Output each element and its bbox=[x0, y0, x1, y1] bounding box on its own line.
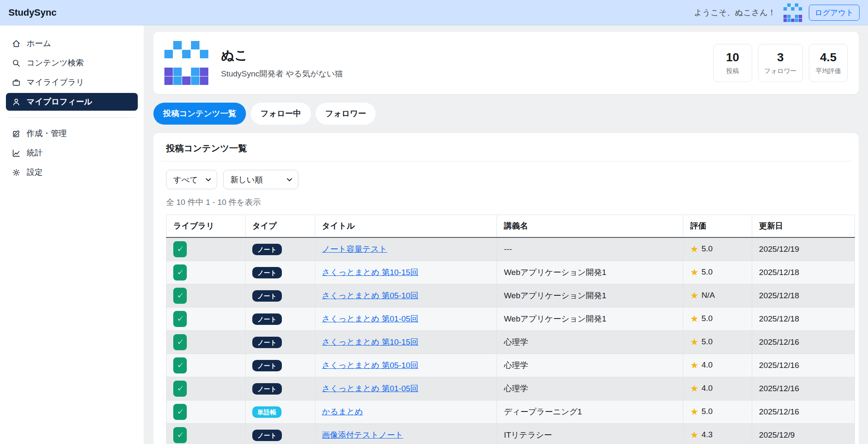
type-badge: ノート bbox=[252, 267, 282, 278]
library-toggle-button[interactable]: ✓ bbox=[173, 404, 187, 420]
content-title-link[interactable]: ノート容量テスト bbox=[322, 245, 387, 253]
library-icon bbox=[12, 78, 21, 87]
avatar-pixel bbox=[191, 41, 199, 49]
content-table: ライブラリタイプタイトル講義名評価更新日 ✓ノートノート容量テスト---★5.0… bbox=[166, 215, 855, 444]
person-icon bbox=[12, 98, 21, 106]
avatar-pixel bbox=[164, 76, 173, 85]
search-icon bbox=[12, 59, 21, 68]
content-title-link[interactable]: さくっとまとめ 第10-15回 bbox=[322, 268, 418, 277]
rating-cell: ★4.0 bbox=[683, 377, 752, 400]
star-icon: ★ bbox=[690, 290, 699, 301]
title-cell: さくっとまとめ 第05-10回 bbox=[315, 354, 497, 377]
sidebar-item-label: マイプロフィール bbox=[27, 96, 92, 107]
tab-投稿コンテンツ一覧[interactable]: 投稿コンテンツ一覧 bbox=[153, 103, 246, 125]
lecture-cell: ディープラーニング1 bbox=[497, 400, 683, 424]
sidebar-item-home[interactable]: ホーム bbox=[6, 35, 138, 52]
type-cell: ノート bbox=[245, 308, 315, 331]
stat-value: 4.5 bbox=[815, 51, 841, 64]
star-icon: ★ bbox=[690, 313, 699, 324]
sort-order-select[interactable]: 新しい順 bbox=[223, 170, 298, 189]
check-icon: ✓ bbox=[177, 385, 183, 392]
content-title-link[interactable]: さくっとまとめ 第01-05回 bbox=[322, 384, 418, 393]
table-row: ✓ノートさくっとまとめ 第05-10回心理学★4.02025/12/16 bbox=[167, 354, 855, 377]
stat-value: 3 bbox=[764, 51, 797, 64]
content-title-link[interactable]: さくっとまとめ 第05-10回 bbox=[322, 291, 418, 300]
library-toggle-button[interactable]: ✓ bbox=[173, 357, 187, 373]
avatar-pixel bbox=[191, 68, 199, 76]
app-brand: StudySync bbox=[8, 7, 57, 18]
library-toggle-button[interactable]: ✓ bbox=[173, 288, 187, 304]
sidebar-item-search[interactable]: コンテンツ検索 bbox=[6, 54, 138, 72]
welcome-text: ようこそ、ぬこさん！ bbox=[694, 7, 776, 18]
updated-date-cell: 2025/12/19 bbox=[752, 237, 855, 261]
rating-cell: ★5.0 bbox=[683, 308, 752, 331]
content-title-link[interactable]: かるまとめ bbox=[322, 407, 363, 416]
table-row: ✓ノートさくっとまとめ 第01-05回Webアプリケーション開発1★5.0202… bbox=[167, 308, 855, 331]
stat-label: 平均評価 bbox=[815, 67, 841, 75]
stat-label: 投稿 bbox=[720, 67, 746, 75]
logout-button[interactable]: ログアウト bbox=[809, 5, 860, 21]
library-cell: ✓ bbox=[167, 261, 246, 284]
library-toggle-button[interactable]: ✓ bbox=[173, 427, 187, 443]
library-toggle-button[interactable]: ✓ bbox=[173, 381, 187, 397]
star-icon: ★ bbox=[690, 267, 699, 278]
type-badge: ノート bbox=[252, 244, 282, 255]
stat-label: フォロワー bbox=[764, 67, 797, 75]
avatar-pixel bbox=[791, 15, 794, 18]
avatar-pixel bbox=[787, 3, 791, 7]
star-icon: ★ bbox=[690, 360, 699, 370]
rating-value: 5.0 bbox=[701, 244, 712, 253]
avatar-pixel bbox=[164, 68, 173, 76]
avatar-pixel bbox=[783, 15, 787, 18]
posted-content-card: 投稿コンテンツ一覧 すべて 新しい順 全 10 件中 1 - 10 件を表示 bbox=[153, 133, 859, 444]
type-filter-select[interactable]: すべて bbox=[166, 170, 217, 189]
content-title-link[interactable]: さくっとまとめ 第10-15回 bbox=[322, 338, 418, 346]
rating-value: 4.0 bbox=[701, 360, 712, 369]
library-cell: ✓ bbox=[167, 308, 246, 331]
table-row: ✓単語帳かるまとめディープラーニング1★5.02025/12/16 bbox=[167, 400, 855, 424]
tab-フォロー中[interactable]: フォロー中 bbox=[251, 103, 311, 125]
avatar-pixel bbox=[795, 7, 798, 11]
sidebar-item-chart[interactable]: 統計 bbox=[6, 144, 138, 162]
title-cell: さくっとまとめ 第01-05回 bbox=[315, 308, 497, 331]
sidebar-item-label: ホーム bbox=[27, 38, 51, 49]
rating-value: 5.0 bbox=[701, 267, 712, 276]
sidebar: ホームコンテンツ検索マイライブラリマイプロフィール作成・管理統計設定 bbox=[0, 25, 144, 444]
profile-card: ぬこ StudySync開発者 やる気がない猫 10 投稿3 フォロワー4.5 … bbox=[153, 32, 859, 94]
updated-date-cell: 2025/12/16 bbox=[752, 400, 855, 424]
rating-cell: ★4.0 bbox=[683, 354, 752, 377]
content-title-link[interactable]: さくっとまとめ 第05-10回 bbox=[322, 361, 418, 370]
sidebar-item-library[interactable]: マイライブラリ bbox=[6, 74, 138, 91]
chart-icon bbox=[12, 149, 21, 158]
avatar-pixel bbox=[173, 59, 182, 67]
sidebar-item-edit[interactable]: 作成・管理 bbox=[6, 125, 138, 142]
sidebar-item-person[interactable]: マイプロフィール bbox=[6, 93, 138, 111]
updated-date-cell: 2025/12/18 bbox=[752, 284, 855, 308]
library-cell: ✓ bbox=[167, 331, 246, 354]
type-cell: ノート bbox=[245, 354, 315, 377]
profile-name: ぬこ bbox=[221, 46, 343, 64]
avatar-pixel bbox=[799, 7, 802, 11]
avatar-pixel bbox=[791, 11, 794, 14]
rating-value: 5.0 bbox=[701, 314, 712, 323]
avatar-pixel bbox=[173, 76, 182, 85]
tab-フォロワー[interactable]: フォロワー bbox=[316, 103, 376, 125]
library-toggle-button[interactable]: ✓ bbox=[173, 311, 187, 327]
avatar-pixel bbox=[791, 3, 794, 7]
avatar-pixel bbox=[795, 15, 798, 18]
column-header: ライブラリ bbox=[167, 215, 246, 238]
home-icon bbox=[12, 39, 21, 48]
library-toggle-button[interactable]: ✓ bbox=[173, 334, 187, 350]
sidebar-item-gear[interactable]: 設定 bbox=[6, 163, 138, 181]
content-title-link[interactable]: 画像添付テストノート bbox=[322, 430, 403, 439]
type-badge: ノート bbox=[252, 360, 282, 371]
lecture-cell: --- bbox=[497, 237, 683, 261]
avatar-pixel bbox=[200, 50, 208, 58]
library-toggle-button[interactable]: ✓ bbox=[173, 241, 187, 257]
avatar-pixel bbox=[783, 7, 787, 11]
library-toggle-button[interactable]: ✓ bbox=[173, 264, 187, 281]
rating-value: N/A bbox=[701, 291, 715, 300]
table-row: ✓ノートさくっとまとめ 第05-10回Webアプリケーション開発1★N/A202… bbox=[167, 284, 855, 308]
content-list-title: 投稿コンテンツ一覧 bbox=[161, 142, 851, 154]
content-title-link[interactable]: さくっとまとめ 第01-05回 bbox=[322, 314, 418, 323]
